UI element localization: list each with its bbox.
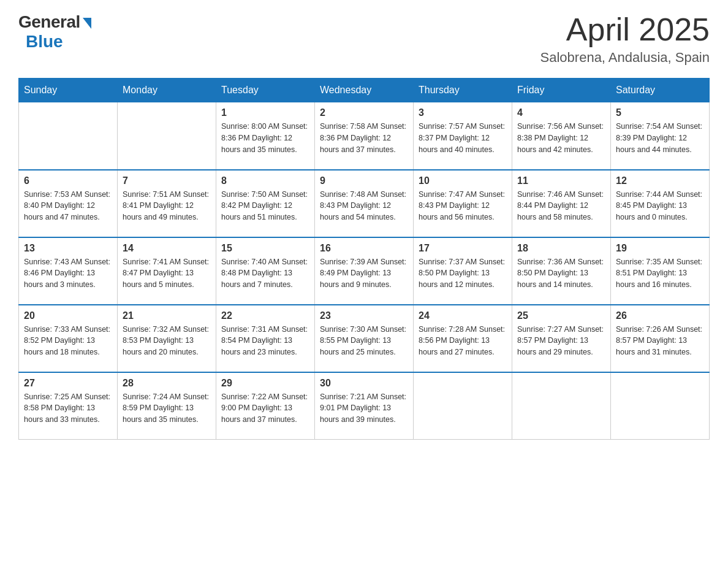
day-number: 22 bbox=[221, 310, 309, 321]
calendar-table: SundayMondayTuesdayWednesdayThursdayFrid… bbox=[18, 78, 710, 440]
calendar-cell: 25Sunrise: 7:27 AM Sunset: 8:57 PM Dayli… bbox=[512, 305, 611, 372]
day-info: Sunrise: 7:50 AM Sunset: 8:42 PM Dayligh… bbox=[221, 189, 309, 223]
calendar-day-header: Thursday bbox=[414, 79, 512, 102]
calendar-cell: 17Sunrise: 7:37 AM Sunset: 8:50 PM Dayli… bbox=[414, 237, 512, 305]
day-info: Sunrise: 8:00 AM Sunset: 8:36 PM Dayligh… bbox=[221, 121, 309, 155]
day-info: Sunrise: 7:41 AM Sunset: 8:47 PM Dayligh… bbox=[123, 256, 211, 291]
calendar-week-row: 6Sunrise: 7:53 AM Sunset: 8:40 PM Daylig… bbox=[19, 170, 710, 237]
calendar-cell: 8Sunrise: 7:50 AM Sunset: 8:42 PM Daylig… bbox=[216, 170, 315, 237]
calendar-cell: 22Sunrise: 7:31 AM Sunset: 8:54 PM Dayli… bbox=[216, 305, 315, 372]
calendar-cell: 20Sunrise: 7:33 AM Sunset: 8:52 PM Dayli… bbox=[19, 305, 118, 372]
calendar-cell: 2Sunrise: 7:58 AM Sunset: 8:36 PM Daylig… bbox=[315, 102, 414, 170]
day-number: 13 bbox=[24, 243, 112, 254]
calendar-cell bbox=[118, 102, 216, 170]
day-number: 9 bbox=[320, 175, 408, 186]
day-info: Sunrise: 7:57 AM Sunset: 8:37 PM Dayligh… bbox=[419, 121, 507, 155]
day-number: 6 bbox=[24, 175, 112, 186]
calendar-cell: 30Sunrise: 7:21 AM Sunset: 9:01 PM Dayli… bbox=[315, 372, 414, 440]
day-info: Sunrise: 7:22 AM Sunset: 9:00 PM Dayligh… bbox=[221, 391, 309, 426]
calendar-cell: 15Sunrise: 7:40 AM Sunset: 8:48 PM Dayli… bbox=[216, 237, 315, 305]
calendar-cell: 26Sunrise: 7:26 AM Sunset: 8:57 PM Dayli… bbox=[611, 305, 710, 372]
logo-arrow-icon bbox=[83, 18, 91, 29]
header: General Blue April 2025 Salobrena, Andal… bbox=[18, 12, 710, 66]
day-info: Sunrise: 7:43 AM Sunset: 8:46 PM Dayligh… bbox=[24, 256, 112, 291]
day-info: Sunrise: 7:21 AM Sunset: 9:01 PM Dayligh… bbox=[320, 391, 408, 426]
calendar-day-header: Wednesday bbox=[315, 79, 414, 102]
day-info: Sunrise: 7:36 AM Sunset: 8:50 PM Dayligh… bbox=[517, 256, 605, 291]
calendar-week-row: 27Sunrise: 7:25 AM Sunset: 8:58 PM Dayli… bbox=[19, 372, 710, 440]
day-info: Sunrise: 7:26 AM Sunset: 8:57 PM Dayligh… bbox=[616, 324, 704, 358]
day-number: 16 bbox=[320, 243, 408, 254]
day-number: 10 bbox=[419, 175, 507, 186]
day-info: Sunrise: 7:53 AM Sunset: 8:40 PM Dayligh… bbox=[24, 189, 112, 223]
calendar-cell: 1Sunrise: 8:00 AM Sunset: 8:36 PM Daylig… bbox=[216, 102, 315, 170]
calendar-cell: 16Sunrise: 7:39 AM Sunset: 8:49 PM Dayli… bbox=[315, 237, 414, 305]
day-number: 4 bbox=[517, 107, 605, 118]
day-number: 30 bbox=[320, 378, 408, 389]
day-info: Sunrise: 7:56 AM Sunset: 8:38 PM Dayligh… bbox=[517, 121, 605, 155]
calendar-cell: 14Sunrise: 7:41 AM Sunset: 8:47 PM Dayli… bbox=[118, 237, 216, 305]
logo-blue-text: Blue bbox=[26, 32, 63, 52]
day-number: 19 bbox=[616, 243, 704, 254]
day-info: Sunrise: 7:35 AM Sunset: 8:51 PM Dayligh… bbox=[616, 256, 704, 291]
day-number: 28 bbox=[123, 378, 211, 389]
calendar-cell: 23Sunrise: 7:30 AM Sunset: 8:55 PM Dayli… bbox=[315, 305, 414, 372]
day-info: Sunrise: 7:47 AM Sunset: 8:43 PM Dayligh… bbox=[419, 189, 507, 223]
calendar-day-header: Friday bbox=[512, 79, 611, 102]
logo: General Blue bbox=[18, 12, 91, 52]
day-info: Sunrise: 7:32 AM Sunset: 8:53 PM Dayligh… bbox=[123, 324, 211, 358]
calendar-cell: 29Sunrise: 7:22 AM Sunset: 9:00 PM Dayli… bbox=[216, 372, 315, 440]
day-number: 17 bbox=[419, 243, 507, 254]
day-info: Sunrise: 7:46 AM Sunset: 8:44 PM Dayligh… bbox=[517, 189, 605, 223]
day-number: 21 bbox=[123, 310, 211, 321]
day-info: Sunrise: 7:58 AM Sunset: 8:36 PM Dayligh… bbox=[320, 121, 408, 155]
calendar-cell bbox=[19, 102, 118, 170]
calendar-cell: 13Sunrise: 7:43 AM Sunset: 8:46 PM Dayli… bbox=[19, 237, 118, 305]
calendar-week-row: 20Sunrise: 7:33 AM Sunset: 8:52 PM Dayli… bbox=[19, 305, 710, 372]
calendar-cell: 9Sunrise: 7:48 AM Sunset: 8:43 PM Daylig… bbox=[315, 170, 414, 237]
logo-general-text: General bbox=[18, 12, 80, 32]
calendar-cell: 11Sunrise: 7:46 AM Sunset: 8:44 PM Dayli… bbox=[512, 170, 611, 237]
calendar-week-row: 13Sunrise: 7:43 AM Sunset: 8:46 PM Dayli… bbox=[19, 237, 710, 305]
day-info: Sunrise: 7:44 AM Sunset: 8:45 PM Dayligh… bbox=[616, 189, 704, 223]
calendar-week-row: 1Sunrise: 8:00 AM Sunset: 8:36 PM Daylig… bbox=[19, 102, 710, 170]
calendar-cell: 18Sunrise: 7:36 AM Sunset: 8:50 PM Dayli… bbox=[512, 237, 611, 305]
day-info: Sunrise: 7:27 AM Sunset: 8:57 PM Dayligh… bbox=[517, 324, 605, 358]
day-number: 11 bbox=[517, 175, 605, 186]
day-number: 29 bbox=[221, 378, 309, 389]
calendar-day-header: Tuesday bbox=[216, 79, 315, 102]
day-info: Sunrise: 7:39 AM Sunset: 8:49 PM Dayligh… bbox=[320, 256, 408, 291]
location-title: Salobrena, Andalusia, Spain bbox=[540, 50, 710, 66]
calendar-header-row: SundayMondayTuesdayWednesdayThursdayFrid… bbox=[19, 79, 710, 102]
month-title: April 2025 bbox=[540, 12, 710, 47]
day-info: Sunrise: 7:33 AM Sunset: 8:52 PM Dayligh… bbox=[24, 324, 112, 358]
day-number: 25 bbox=[517, 310, 605, 321]
day-info: Sunrise: 7:30 AM Sunset: 8:55 PM Dayligh… bbox=[320, 324, 408, 358]
calendar-day-header: Monday bbox=[118, 79, 216, 102]
day-info: Sunrise: 7:25 AM Sunset: 8:58 PM Dayligh… bbox=[24, 391, 112, 426]
calendar-cell: 21Sunrise: 7:32 AM Sunset: 8:53 PM Dayli… bbox=[118, 305, 216, 372]
day-number: 27 bbox=[24, 378, 112, 389]
calendar-cell: 12Sunrise: 7:44 AM Sunset: 8:45 PM Dayli… bbox=[611, 170, 710, 237]
day-number: 18 bbox=[517, 243, 605, 254]
calendar-day-header: Sunday bbox=[19, 79, 118, 102]
day-number: 1 bbox=[221, 107, 309, 118]
day-number: 7 bbox=[123, 175, 211, 186]
day-number: 12 bbox=[616, 175, 704, 186]
calendar-cell bbox=[611, 372, 710, 440]
calendar-cell: 28Sunrise: 7:24 AM Sunset: 8:59 PM Dayli… bbox=[118, 372, 216, 440]
calendar-cell bbox=[414, 372, 512, 440]
calendar-cell: 27Sunrise: 7:25 AM Sunset: 8:58 PM Dayli… bbox=[19, 372, 118, 440]
day-number: 14 bbox=[123, 243, 211, 254]
day-number: 15 bbox=[221, 243, 309, 254]
day-number: 23 bbox=[320, 310, 408, 321]
calendar-cell: 4Sunrise: 7:56 AM Sunset: 8:38 PM Daylig… bbox=[512, 102, 611, 170]
day-info: Sunrise: 7:24 AM Sunset: 8:59 PM Dayligh… bbox=[123, 391, 211, 426]
day-number: 8 bbox=[221, 175, 309, 186]
day-number: 3 bbox=[419, 107, 507, 118]
day-info: Sunrise: 7:51 AM Sunset: 8:41 PM Dayligh… bbox=[123, 189, 211, 223]
day-number: 5 bbox=[616, 107, 704, 118]
title-section: April 2025 Salobrena, Andalusia, Spain bbox=[540, 12, 710, 66]
day-info: Sunrise: 7:28 AM Sunset: 8:56 PM Dayligh… bbox=[419, 324, 507, 358]
day-number: 2 bbox=[320, 107, 408, 118]
